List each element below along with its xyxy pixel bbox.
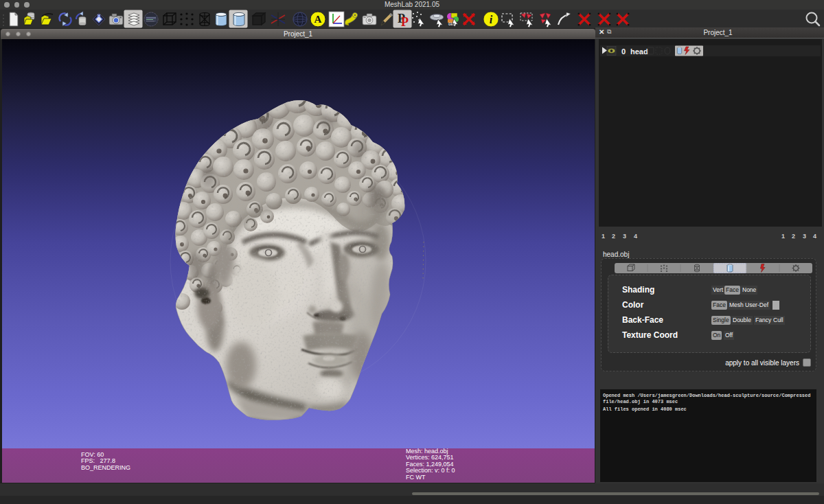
svg-text:i: i (490, 14, 493, 25)
svg-text:head: head (630, 47, 648, 56)
svg-text:P: P (401, 15, 409, 28)
svg-text:A: A (314, 14, 322, 25)
svg-text:0: 0 (621, 47, 626, 56)
